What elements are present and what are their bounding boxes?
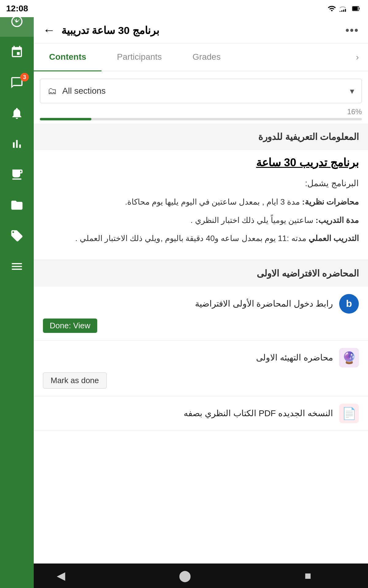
progress-percentage: 16% (347, 107, 362, 116)
sidebar-item-folder[interactable] (0, 190, 34, 221)
lecture-item-3-icon: 📄 (339, 404, 359, 423)
svg-rect-3 (339, 11, 341, 12)
detail-text-1: مدة 3 ايام , بمعدل ساعتين في اليوم يليها… (125, 197, 300, 206)
course-info-section-header: المعلومات التعريفية للدورة (34, 123, 368, 150)
lecture-item-2[interactable]: 🔮 محاضره التهيئه الاولى Mark as done (34, 341, 368, 396)
detail-text-3: مدته :11 يوم بمعدل ساعه و40 دقيقة باليوم… (75, 234, 306, 243)
sidebar-item-chat[interactable]: 3 (0, 67, 34, 98)
tag-icon (10, 229, 24, 243)
nav-recents-button[interactable]: ■ (305, 569, 311, 582)
lecture-item-3-emoji: 📄 (342, 407, 356, 420)
course-info-content: برنامج تدريب 30 ساعة البرنامج يشمل: محاض… (34, 150, 368, 257)
status-time: 12:08 (6, 4, 28, 13)
sidebar-item-news[interactable] (0, 159, 34, 190)
sidebar-item-menu[interactable] (0, 251, 34, 282)
lecture-item-1-icon: b (339, 294, 359, 314)
nav-back-button[interactable]: ◀ (57, 569, 65, 582)
detail-bold-1: محاضرات نظرية: (302, 197, 359, 206)
course-title-link[interactable]: برنامج تدريب 30 ساعة (43, 156, 359, 169)
sidebar-item-tag[interactable] (0, 221, 34, 251)
chart-icon (10, 137, 24, 151)
page-title: برنامج 30 ساعة تدريبية (61, 24, 159, 36)
status-icons (328, 4, 362, 13)
main-content: ← برنامج 30 ساعة تدريبية ••• Contents Pa… (34, 17, 368, 564)
tab-grades[interactable]: Grades (177, 43, 236, 71)
virtual-lecture-section-header: المحاضره الافتراضيه الاولى (34, 260, 368, 287)
course-detail-3: التدريب العملي مدته :11 يوم بمعدل ساعه و… (43, 232, 359, 245)
lecture-item-3-title: النسخه الجديده PDF الكتاب النظري بصفه (184, 408, 333, 418)
course-includes-label: البرنامج يشمل: (43, 178, 359, 188)
sidebar-item-calendar[interactable] (0, 37, 34, 67)
lecture-item-2-title: محاضره التهيئه الاولى (256, 352, 333, 363)
tab-contents[interactable]: Contents (34, 43, 102, 71)
status-bar: 12:08 (0, 0, 368, 17)
progress-bar-fill (40, 118, 91, 120)
detail-text-2: ساعتين يومياً يلي ذلك اختبار النظري . (190, 216, 313, 225)
battery-icon (351, 4, 362, 13)
detail-bold-2: مدة التدريب: (316, 216, 359, 225)
lecture-item-2-emoji: 🔮 (342, 351, 356, 364)
nav-home-button[interactable]: ⬤ (179, 569, 191, 582)
calendar-icon (10, 45, 24, 59)
dropdown-arrow-icon: ▾ (350, 86, 354, 96)
svg-rect-1 (343, 10, 344, 12)
svg-rect-2 (341, 10, 343, 12)
lecture-item-1-row: b رابط دخول المحاضرة الأولى الافتراضية (43, 294, 359, 314)
lecture-item-2-icon: 🔮 (339, 348, 359, 368)
mark-as-done-button-2[interactable]: Mark as done (43, 372, 107, 389)
sidebar-item-bell[interactable] (0, 98, 34, 129)
folder-dropdown-icon: 🗂 (48, 86, 57, 96)
folder-icon (10, 198, 24, 212)
lecture-item-3[interactable]: 📄 النسخه الجديده PDF الكتاب النظري بصفه (34, 396, 368, 431)
sidebar-item-chart[interactable] (0, 129, 34, 159)
svg-rect-0 (345, 9, 346, 12)
svg-rect-5 (353, 7, 358, 10)
lecture-item-2-row: 🔮 محاضره التهيئه الاولى (43, 348, 359, 368)
wifi-icon (328, 4, 336, 13)
sections-dropdown[interactable]: 🗂 All sections ▾ (40, 79, 362, 103)
tabs-scroll-arrow[interactable]: › (347, 44, 368, 71)
lecture-item-1[interactable]: b رابط دخول المحاضرة الأولى الافتراضية D… (34, 287, 368, 341)
progress-bar (40, 118, 362, 120)
menu-icon (10, 260, 24, 273)
done-badge-1[interactable]: Done: View (43, 318, 97, 333)
back-button[interactable]: ← (43, 23, 55, 37)
course-detail-1: محاضرات نظرية: مدة 3 ايام , بمعدل ساعتين… (43, 196, 359, 209)
more-options-button[interactable]: ••• (345, 24, 359, 37)
bottom-navigation: ◀ ⬤ ■ (0, 564, 368, 588)
sections-dropdown-label: All sections (62, 86, 350, 96)
sidebar: 3 (0, 0, 34, 588)
chat-badge: 3 (20, 73, 29, 81)
news-icon (10, 168, 24, 181)
tabs-bar: Contents Participants Grades › (34, 43, 368, 71)
b-icon-label: b (346, 298, 352, 309)
page-header: ← برنامج 30 ساعة تدريبية ••• (34, 17, 368, 43)
svg-point-6 (16, 21, 18, 22)
progress-section: 16% (40, 107, 362, 120)
tab-participants[interactable]: Participants (102, 43, 177, 71)
signal-icon (339, 4, 348, 13)
course-detail-2: مدة التدريب: ساعتين يومياً يلي ذلك اختبا… (43, 214, 359, 227)
bell-icon (10, 107, 24, 120)
lecture-item-1-title: رابط دخول المحاضرة الأولى الافتراضية (195, 299, 333, 309)
detail-bold-3: التدريب العملي (309, 234, 359, 243)
header-left: ← برنامج 30 ساعة تدريبية (43, 23, 159, 37)
lecture-item-3-row: 📄 النسخه الجديده PDF الكتاب النظري بصفه (43, 404, 359, 423)
